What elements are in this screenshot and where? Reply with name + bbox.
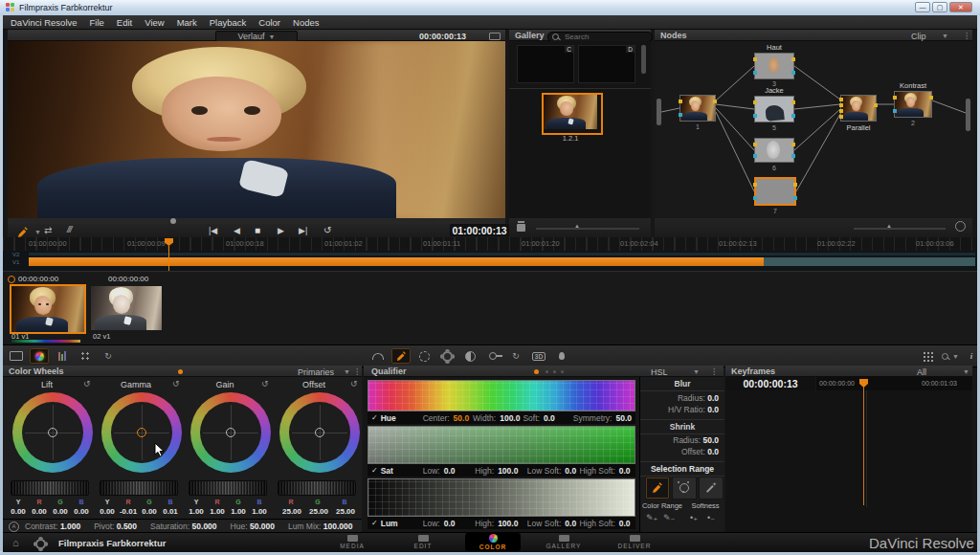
loop-button[interactable]: ↺ bbox=[323, 225, 331, 235]
lum-range-strip[interactable] bbox=[368, 478, 635, 517]
page-gallery[interactable]: GALLERY bbox=[536, 533, 591, 551]
3d-qualifier-icon[interactable]: 3D bbox=[529, 348, 548, 364]
node-kontrast[interactable] bbox=[894, 91, 932, 118]
high-soft-value[interactable]: 0.0 bbox=[619, 519, 631, 528]
window-gear-icon[interactable] bbox=[437, 348, 457, 364]
pivot-value[interactable]: 0.500 bbox=[117, 522, 137, 531]
page-deliver[interactable]: DELIVER bbox=[607, 533, 662, 551]
lift-val-r[interactable]: 0.00 bbox=[29, 507, 50, 516]
range-subtract-icon[interactable]: ✎₋ bbox=[663, 513, 675, 522]
qualifier-picker-icon[interactable] bbox=[391, 348, 411, 364]
clip-thumbnail-2[interactable] bbox=[91, 286, 162, 330]
menu-file[interactable]: File bbox=[90, 17, 104, 28]
offset-val-b[interactable]: 25.00 bbox=[333, 507, 358, 516]
monitor-icon[interactable] bbox=[489, 33, 501, 40]
curves-tab[interactable] bbox=[76, 348, 95, 364]
menu-mark[interactable]: Mark bbox=[177, 17, 197, 28]
gain-val-y[interactable]: 1.00 bbox=[186, 507, 207, 516]
camera-raw-tab[interactable] bbox=[7, 348, 26, 364]
menu-davinci-resolve[interactable]: DaVinci Resolve bbox=[11, 17, 78, 28]
maximize-button[interactable]: ▢ bbox=[932, 2, 947, 12]
nodes-mode-dropdown[interactable]: Clip bbox=[911, 32, 926, 41]
title-bar[interactable]: Filmpraxis Farbkorrektur — ▢ ✕ bbox=[0, 0, 980, 16]
node-jacke[interactable] bbox=[754, 96, 794, 122]
node-1[interactable] bbox=[679, 95, 716, 122]
gain-val-g[interactable]: 1.00 bbox=[228, 507, 249, 516]
blur-tab-icon[interactable] bbox=[552, 348, 571, 364]
nodes-view-icon[interactable] bbox=[955, 221, 966, 232]
gamma-val-b[interactable]: 0.01 bbox=[160, 507, 181, 516]
page-media[interactable]: MEDIA bbox=[324, 533, 380, 551]
rotate-3d-icon[interactable]: ↻ bbox=[506, 348, 525, 364]
close-button[interactable]: ✕ bbox=[949, 2, 972, 12]
node-output-bar[interactable] bbox=[966, 99, 970, 131]
keyframe-search-icon[interactable]: ▼ bbox=[941, 348, 960, 364]
gallery-memory-c[interactable]: C bbox=[517, 45, 574, 83]
symmetry-value[interactable]: 50.0 bbox=[615, 413, 632, 423]
gallery-search-box[interactable] bbox=[547, 32, 653, 42]
node-7-selected[interactable] bbox=[754, 177, 796, 206]
trash-icon[interactable] bbox=[517, 224, 525, 232]
hue-range-strip[interactable] bbox=[368, 380, 635, 411]
saturation-value[interactable]: 50.000 bbox=[192, 522, 217, 531]
gamma-val-g[interactable]: 0.00 bbox=[139, 507, 160, 516]
qualifier-options-icon[interactable]: ⋮ bbox=[710, 367, 718, 376]
menu-playback[interactable]: Playback bbox=[210, 17, 247, 28]
gear-icon[interactable] bbox=[35, 539, 46, 549]
lift-val-g[interactable]: 0.00 bbox=[50, 507, 71, 516]
low-value[interactable]: 0.0 bbox=[444, 519, 456, 528]
slider-handle[interactable]: ▲ bbox=[886, 223, 892, 229]
clip-thumbnail-1[interactable] bbox=[10, 284, 86, 334]
unmix-icon[interactable]: /// bbox=[67, 225, 72, 234]
hue-value[interactable]: 50.000 bbox=[250, 522, 275, 531]
gain-indicator[interactable] bbox=[226, 428, 235, 437]
check-icon[interactable]: ✓ bbox=[371, 466, 378, 475]
minimize-button[interactable]: — bbox=[915, 2, 930, 12]
page-dot-icon[interactable] bbox=[561, 370, 564, 373]
node-graph[interactable]: 1 Haut 3 Jacke 5 6 7 Parallel Kontrast bbox=[655, 41, 972, 218]
sat-range-strip[interactable] bbox=[368, 426, 635, 464]
timeline-clip-current[interactable] bbox=[29, 257, 764, 266]
lift-val-y[interactable]: 0.00 bbox=[8, 507, 29, 516]
lum-mix-value[interactable]: 100.000 bbox=[323, 522, 353, 531]
pick-multi-button[interactable] bbox=[672, 477, 697, 500]
offset-indicator[interactable] bbox=[315, 428, 324, 437]
search-input[interactable] bbox=[563, 32, 643, 42]
offset-wheel[interactable] bbox=[279, 392, 360, 473]
menu-nodes[interactable]: Nodes bbox=[293, 17, 319, 28]
node-6[interactable] bbox=[754, 138, 794, 163]
viewer-image[interactable] bbox=[8, 41, 505, 218]
goto-end-button[interactable]: ▶| bbox=[299, 226, 307, 235]
info-icon[interactable]: i bbox=[962, 348, 980, 364]
pick-eyedropper-button[interactable] bbox=[645, 477, 670, 500]
timeline-ruler[interactable]: 01:00:00:00 01:00:00:09 01:00:00:18 01:0… bbox=[3, 237, 977, 252]
slider-handle[interactable]: ▲ bbox=[574, 223, 580, 229]
auto-icon[interactable]: A bbox=[9, 522, 19, 532]
magic-wand-button[interactable] bbox=[699, 477, 724, 500]
node-parallel[interactable] bbox=[840, 95, 877, 122]
curve-qualifier-icon[interactable] bbox=[368, 348, 388, 364]
shrink-radius-value[interactable]: 50.0 bbox=[702, 435, 719, 445]
window-tab[interactable] bbox=[414, 348, 434, 364]
low-value[interactable]: 0.0 bbox=[444, 466, 456, 476]
low-soft-value[interactable]: 0.0 bbox=[565, 519, 576, 528]
step-back-button[interactable]: ◀ bbox=[234, 226, 240, 235]
lift-wheel[interactable] bbox=[12, 392, 93, 473]
nodes-options-icon[interactable]: ⋮ bbox=[963, 32, 970, 40]
page-edit[interactable]: EDIT bbox=[395, 533, 451, 551]
stop-button[interactable]: ■ bbox=[255, 225, 260, 235]
timeline-clip-rest[interactable] bbox=[764, 257, 975, 266]
keyframes-mode-dropdown[interactable]: All bbox=[917, 367, 926, 377]
blur-radius-value[interactable]: 0.0 bbox=[707, 393, 719, 403]
gain-val-b[interactable]: 1.00 bbox=[249, 507, 270, 516]
hv-ratio-value[interactable]: 0.0 bbox=[707, 405, 719, 414]
gallery-zoom-slider[interactable]: ▲ bbox=[536, 228, 639, 230]
gain-master-wheel[interactable] bbox=[189, 480, 267, 496]
softness-add-icon[interactable]: •₊ bbox=[690, 513, 698, 522]
page-dot-icon[interactable] bbox=[546, 370, 548, 373]
node-source-bar[interactable] bbox=[657, 99, 661, 125]
node-haut[interactable] bbox=[754, 53, 794, 79]
low-soft-value[interactable]: 0.0 bbox=[565, 466, 576, 476]
wheels-mode-dropdown[interactable]: Primaries bbox=[298, 367, 334, 377]
high-value[interactable]: 100.0 bbox=[498, 466, 518, 476]
